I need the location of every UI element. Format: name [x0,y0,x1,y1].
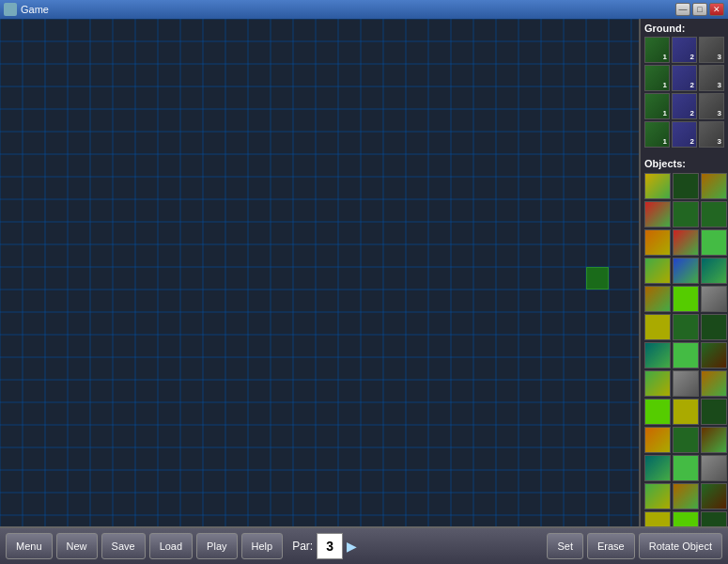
erase-button[interactable]: Erase [587,533,635,559]
object-tile[interactable] [701,173,727,199]
ground-tile[interactable]: 2 [672,121,697,148]
objects-title: Objects: [641,154,728,171]
object-tile[interactable] [644,399,671,425]
object-tile[interactable] [673,286,699,312]
object-tile[interactable] [701,399,727,425]
object-tile[interactable] [673,342,699,368]
ground-tile[interactable]: 1 [644,121,670,148]
object-tile[interactable] [701,455,727,481]
object-tile[interactable] [673,427,699,453]
ground-tile[interactable]: 1 [644,65,670,91]
object-tile[interactable] [673,229,699,256]
ground-row: 123 [641,36,728,64]
par-label: Par: [292,540,313,553]
ground-tile[interactable]: 3 [699,37,724,63]
object-tile[interactable] [673,314,699,340]
help-button[interactable]: Help [241,533,284,559]
ground-tile[interactable]: 3 [699,121,724,148]
set-button[interactable]: Set [547,533,583,559]
object-tile[interactable] [644,286,671,312]
object-tile[interactable] [701,370,727,397]
maximize-button[interactable]: □ [692,3,707,16]
object-tile[interactable] [644,370,671,397]
new-button[interactable]: New [56,533,98,559]
object-tile[interactable] [701,201,727,227]
app-icon [4,3,17,16]
object-tile[interactable] [644,342,671,368]
save-button[interactable]: Save [101,533,146,559]
object-tile[interactable] [701,258,727,284]
object-tile[interactable] [701,229,727,256]
placed-item [586,267,609,290]
toolbar: Menu New Save Load Play Help Par: 3 ▶ Se… [0,526,728,564]
title-bar: Game — □ ✕ [0,0,728,19]
object-tile[interactable] [644,455,671,481]
title-bar-text: Game [21,4,49,15]
object-tile[interactable] [644,229,671,256]
par-increment-button[interactable]: ▶ [347,539,357,554]
title-bar-buttons: — □ ✕ [675,3,724,16]
object-tile[interactable] [701,286,727,312]
ground-row: 123 [641,92,728,120]
rotate-object-button[interactable]: Rotate Object [639,533,722,559]
right-panel: Ground: 123123123123 Objects: [639,19,728,545]
object-tile[interactable] [673,370,699,397]
ground-title: Ground: [641,19,728,36]
object-tile[interactable] [673,258,699,284]
par-value: 3 [317,533,343,559]
ground-tile[interactable]: 1 [644,37,670,63]
object-tile[interactable] [673,201,699,227]
ground-tile[interactable]: 2 [672,93,697,119]
par-section: Par: 3 ▶ [292,533,357,559]
object-tile[interactable] [644,483,671,509]
object-tile[interactable] [701,342,727,368]
menu-button[interactable]: Menu [6,533,53,559]
object-tile[interactable] [644,427,671,453]
object-tile[interactable] [701,427,727,453]
object-tile[interactable] [644,314,671,340]
ground-tile[interactable]: 2 [672,37,697,63]
ground-tile[interactable]: 3 [699,65,724,91]
ground-tile[interactable]: 3 [699,93,724,119]
object-tile[interactable] [673,483,699,509]
main-container: Ground: 123123123123 Objects: [0,19,728,545]
object-tile[interactable] [673,399,699,425]
ground-tile[interactable]: 2 [672,65,697,91]
object-tile[interactable] [673,455,699,481]
object-tile[interactable] [701,483,727,509]
ground-tile[interactable]: 1 [644,93,670,119]
object-tile[interactable] [701,314,727,340]
minimize-button[interactable]: — [675,3,690,16]
ground-row: 123 [641,64,728,92]
object-tile[interactable] [673,173,699,199]
objects-grid [641,171,728,545]
ground-rows-container: 123123123123 [641,36,728,149]
object-tile[interactable] [644,201,671,227]
close-button[interactable]: ✕ [709,3,724,16]
object-tile[interactable] [644,258,671,284]
play-button[interactable]: Play [196,533,237,559]
object-tile[interactable] [644,173,671,199]
load-button[interactable]: Load [149,533,193,559]
title-bar-left: Game [4,3,49,16]
grid-area[interactable] [0,19,639,545]
ground-row: 123 [641,120,728,149]
